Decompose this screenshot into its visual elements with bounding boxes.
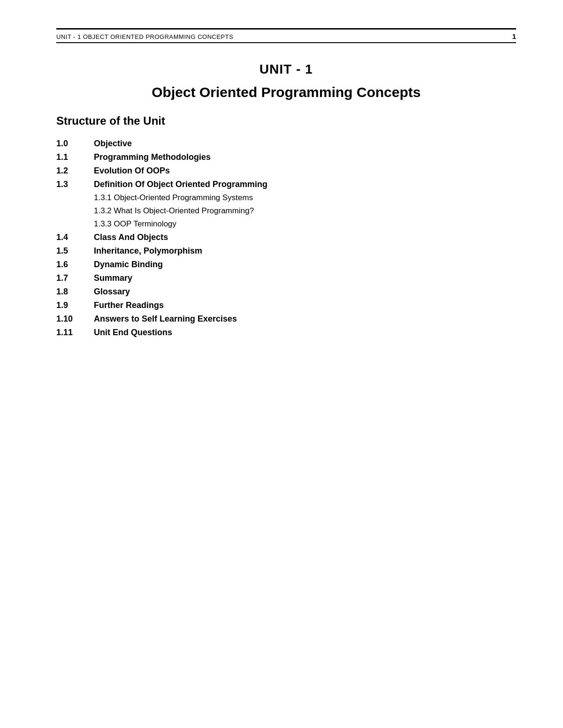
toc-row: 1.2Evolution Of OOPs	[56, 164, 516, 178]
toc-number: 1.10	[56, 312, 94, 326]
toc-label: Further Readings	[94, 299, 516, 312]
toc-row: 1.6Dynamic Binding	[56, 258, 516, 271]
toc-sublabel: 1.3.3 OOP Terminology	[94, 218, 516, 231]
toc-label: Class And Objects	[94, 231, 516, 244]
toc-label: Programming Methodologies	[94, 150, 516, 164]
toc-number: 1.0	[56, 137, 94, 150]
toc-number: 1.8	[56, 285, 94, 299]
toc-row: 1.8Glossary	[56, 285, 516, 299]
unit-title: UNIT - 1	[56, 62, 516, 77]
toc-sub-empty	[56, 218, 94, 231]
toc-number: 1.1	[56, 150, 94, 164]
toc-table: 1.0Objective1.1Programming Methodologies…	[56, 137, 516, 339]
header-left-text: UNIT - 1 OBJECT ORIENTED PROGRAMMING CON…	[56, 33, 233, 40]
toc-number: 1.7	[56, 271, 94, 285]
toc-number: 1.6	[56, 258, 94, 271]
toc-subrow: 1.3.3 OOP Terminology	[56, 218, 516, 231]
toc-label: Unit End Questions	[94, 326, 516, 339]
toc-label: Answers to Self Learning Exercises	[94, 312, 516, 326]
toc-sublabel: 1.3.2 What Is Object-Oriented Programmin…	[94, 204, 516, 218]
toc-row: 1.7Summary	[56, 271, 516, 285]
toc-row: 1.4Class And Objects	[56, 231, 516, 244]
toc-number: 1.3	[56, 178, 94, 191]
page: UNIT - 1 OBJECT ORIENTED PROGRAMMING CON…	[0, 0, 563, 728]
toc-number: 1.5	[56, 244, 94, 258]
toc-row: 1.10Answers to Self Learning Exercises	[56, 312, 516, 326]
toc-label: Summary	[94, 271, 516, 285]
toc-row: 1.9Further Readings	[56, 299, 516, 312]
header-bar: UNIT - 1 OBJECT ORIENTED PROGRAMMING CON…	[56, 28, 516, 43]
toc-row: 1.5Inheritance, Polymorphism	[56, 244, 516, 258]
structure-heading: Structure of the Unit	[56, 114, 516, 128]
toc-row: 1.1Programming Methodologies	[56, 150, 516, 164]
toc-label: Evolution Of OOPs	[94, 164, 516, 178]
header-page-number: 1	[512, 32, 516, 40]
toc-number: 1.9	[56, 299, 94, 312]
toc-label: Definition Of Object Oriented Programmin…	[94, 178, 516, 191]
toc-subrow: 1.3.1 Object-Oriented Programming System…	[56, 191, 516, 204]
toc-row: 1.11Unit End Questions	[56, 326, 516, 339]
toc-row: 1.0Objective	[56, 137, 516, 150]
toc-number: 1.11	[56, 326, 94, 339]
toc-subrow: 1.3.2 What Is Object-Oriented Programmin…	[56, 204, 516, 218]
toc-label: Dynamic Binding	[94, 258, 516, 271]
toc-label: Objective	[94, 137, 516, 150]
toc-label: Glossary	[94, 285, 516, 299]
toc-sub-empty	[56, 191, 94, 204]
toc-sublabel: 1.3.1 Object-Oriented Programming System…	[94, 191, 516, 204]
toc-number: 1.4	[56, 231, 94, 244]
toc-number: 1.2	[56, 164, 94, 178]
toc-row: 1.3Definition Of Object Oriented Program…	[56, 178, 516, 191]
toc-sub-empty	[56, 204, 94, 218]
unit-subtitle: Object Oriented Programming Concepts	[56, 84, 516, 100]
toc-label: Inheritance, Polymorphism	[94, 244, 516, 258]
